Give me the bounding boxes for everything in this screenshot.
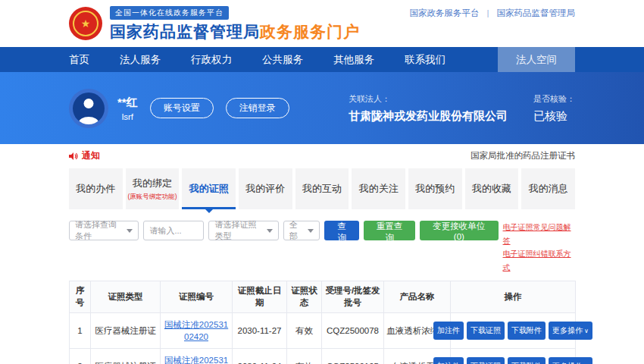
table-row: 2 医疗器械注册证 国械注准20253102294 2030-11-04 有效 … [70,349,576,364]
tab-my-binding[interactable]: 我的绑定 (原账号绑定功能) [126,168,180,209]
row-no: 2 [70,349,91,364]
chevron-down-icon: ∨ [584,328,589,334]
avatar[interactable] [69,89,108,128]
col-header-operation: 操作 [451,281,576,313]
annotate-button[interactable]: 加注件 [433,322,464,340]
verify-label: 是否核验： [533,93,575,105]
cert-expiry: 2030-11-04 [233,349,287,364]
site-header: ★ 全国一体化在线政务服务平台 国家药品监督管理局政务服务门户 国家政务服务平台… [0,0,644,47]
legal-entity-name: 甘肃陇神戎发药业股份有限公司 [349,109,508,124]
chevron-down-icon [308,229,314,236]
change-receiver-button[interactable]: 变更接收单位(0) [420,221,498,240]
certificate-type-select[interactable]: 请选择证照类型 [208,221,278,240]
query-condition-select[interactable]: 请选择查询条件 [69,221,139,240]
nav-item-legal-services[interactable]: 法人服务 [120,47,161,72]
cert-expiry: 2030-11-27 [233,313,287,349]
tab-my-favorites[interactable]: 我的收藏 [465,168,519,209]
chevron-down-icon [267,229,273,236]
download-attachment-button[interactable]: 下载附件 [508,322,546,340]
more-actions-button[interactable]: 更多操作∨ [549,357,592,364]
links-divider: | [487,8,489,17]
chevron-down-icon [127,229,133,236]
nav-item-legal-space[interactable]: 法人空间 [498,47,575,72]
header-links: 国家政务服务平台|国家药品监督管理局 [410,8,576,19]
nav-item-other-services[interactable]: 其他服务 [333,47,374,72]
cert-type: 医疗器械注册证 [91,313,161,349]
verify-block: 是否核验： 已核验 [533,93,575,124]
cert-type: 医疗器械注册证 [91,349,161,364]
download-cert-button[interactable]: 下载证照 [467,322,505,340]
tab-my-certificates[interactable]: 我的证照 [182,168,236,209]
keyword-input[interactable] [143,221,204,240]
tab-my-appointments[interactable]: 我的预约 [408,168,462,209]
notice-link[interactable]: 国家局批准的药品注册证书 [470,150,575,162]
certificates-table: 序号 证照类型 证照编号 证照截止日期 证照状态 受理号/批签发批号 产品名称 … [69,281,576,364]
nav-item-public-services[interactable]: 公共服务 [262,47,303,72]
verify-status: 已核验 [533,109,575,124]
col-header-cert-no: 证照编号 [161,281,233,313]
accept-number: CQZ2500195 [322,349,384,364]
tab-my-interactions[interactable]: 我的互动 [295,168,349,209]
notice-row: 通知 国家局批准的药品注册证书 [0,149,644,162]
nav-item-admin-power[interactable]: 行政权力 [191,47,232,72]
ecert-faq-link[interactable]: 电子证照常见问题解答 [503,221,576,247]
col-header-status: 证照状态 [287,281,322,313]
user-identity: **红 lsrf [117,96,138,121]
user-name: **红 [117,96,138,110]
table-header-row: 序号 证照类型 证照编号 证照截止日期 证照状态 受理号/批签发批号 产品名称 … [70,281,576,313]
account-settings-button[interactable]: 账号设置 [150,98,214,118]
table-row: 1 医疗器械注册证 国械注准20253102420 2030-11-27 有效 … [70,313,576,349]
star-icon: ★ [81,18,91,29]
download-cert-button[interactable]: 下载证照 [467,357,505,364]
cert-number-link[interactable]: 国械注准20253102294 [164,356,228,364]
nav-item-home[interactable]: 首页 [69,47,89,72]
tab-bar: 我的办件 我的绑定 (原账号绑定功能) 我的证照 我的评价 我的互动 我的关注 … [0,168,644,209]
user-icon [73,93,105,124]
tab-my-binding-note: (原账号绑定功能) [127,193,177,202]
filter-bar: 请选择查询条件 请选择证照类型 全部 查询 重置查询 变更接收单位(0) 电子证… [0,221,644,274]
user-banner: **红 lsrf 账号设置 注销登录 关联法人： 甘肃陇神戎发药业股份有限公司 … [0,72,644,144]
accept-number: CQZ2500078 [322,313,384,349]
notice-label: 通知 [82,149,100,162]
legal-entity-block: 关联法人： 甘肃陇神戎发药业股份有限公司 [349,93,508,124]
nav-item-contact[interactable]: 联系我们 [405,47,445,72]
scope-select[interactable]: 全部 [283,221,320,240]
speaker-icon [69,152,79,161]
logout-button[interactable]: 注销登录 [226,98,289,118]
cert-status: 有效 [287,313,322,349]
reset-query-button[interactable]: 重置查询 [364,221,415,240]
annotate-button[interactable]: 加注件 [433,357,464,364]
site-title-block: 全国一体化在线政务服务平台 国家药品监督管理局政务服务门户 [110,5,360,42]
col-header-expiry: 证照截止日期 [233,281,287,313]
main-nav: 首页 法人服务 行政权力 公共服务 其他服务 联系我们 法人空间 [0,47,644,72]
row-no: 1 [70,313,91,349]
col-header-product: 产品名称 [384,281,451,313]
tab-my-evaluations[interactable]: 我的评价 [239,168,292,209]
legal-entity-label: 关联法人： [349,93,508,105]
active-tab-pointer [205,209,213,213]
link-nmpa[interactable]: 国家药品监督管理局 [497,8,576,17]
query-button[interactable]: 查询 [324,221,359,240]
download-attachment-button[interactable]: 下载附件 [508,357,546,364]
site-title-accent: 政务服务门户 [260,23,360,40]
more-actions-button[interactable]: 更多操作∨ [549,322,592,340]
link-gov-platform[interactable]: 国家政务服务平台 [410,8,480,17]
site-title: 国家药品监督管理局政务服务门户 [110,21,360,42]
col-header-type: 证照类型 [91,281,161,313]
user-account: lsrf [117,112,138,121]
platform-badge: 全国一体化在线政务服务平台 [110,6,229,20]
col-header-no: 序号 [70,281,91,313]
tab-my-messages[interactable]: 我的消息 [521,168,575,209]
tab-my-items[interactable]: 我的办件 [69,168,123,209]
national-emblem-logo: ★ [69,7,102,40]
col-header-accept-no: 受理号/批签发批号 [322,281,384,313]
site-title-main: 国家药品监督管理局 [110,23,260,40]
help-links: 电子证照常见问题解答 电子证照纠错联系方式 [503,221,576,274]
cert-status: 有效 [287,349,322,364]
tab-my-follows[interactable]: 我的关注 [352,168,405,209]
ecert-contact-link[interactable]: 电子证照纠错联系方式 [503,247,576,274]
cert-number-link[interactable]: 国械注准20253102420 [164,320,228,341]
